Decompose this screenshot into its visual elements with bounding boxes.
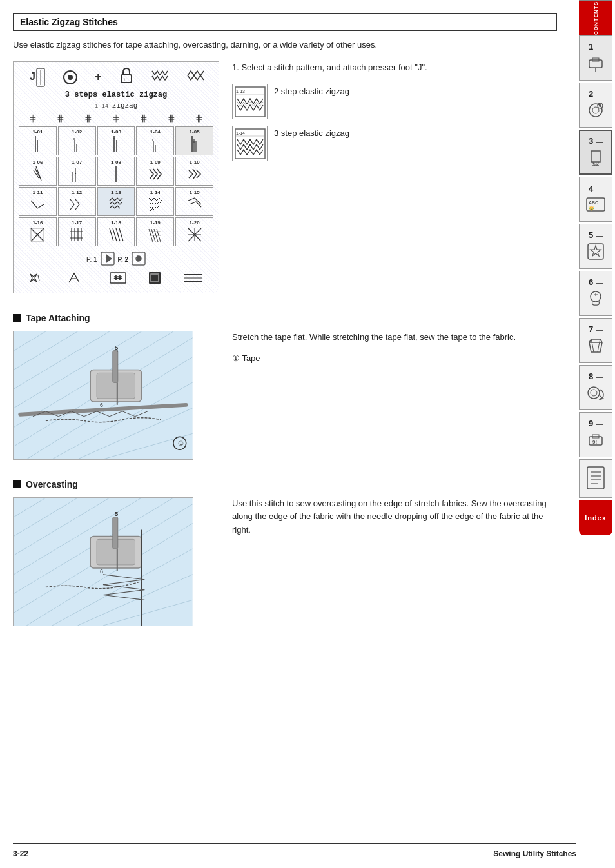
nav-number-4: 4 bbox=[589, 184, 593, 193]
stitch-cell-114[interactable]: 1-14 bbox=[136, 187, 174, 216]
svg-text:9!: 9! bbox=[592, 439, 597, 445]
svg-rect-87 bbox=[151, 275, 158, 281]
nav-item-5[interactable]: 5 — bbox=[579, 224, 612, 269]
bottom-sym-2 bbox=[68, 271, 88, 288]
stitch-cell-118[interactable]: 1-18 bbox=[97, 217, 135, 246]
stitch-icon-1 bbox=[151, 68, 169, 86]
stitch-cell-108[interactable]: 1-08 bbox=[97, 157, 135, 186]
svg-text:1-13: 1-13 bbox=[236, 89, 245, 94]
stitch-panel-inner: J + bbox=[19, 67, 213, 288]
lock-icon[interactable]: i bbox=[119, 67, 133, 87]
nav-item-index[interactable]: Index bbox=[579, 500, 612, 535]
stitch-cell-116[interactable]: 1-16 bbox=[19, 217, 57, 246]
stitch-cell-106[interactable]: 1-06 bbox=[19, 157, 57, 186]
stitch-cell-120[interactable]: 1-20 bbox=[175, 217, 213, 246]
page-p1: P. 1 bbox=[86, 256, 97, 263]
nav-icon-10 bbox=[585, 465, 606, 492]
bottom-sym-4 bbox=[148, 271, 162, 288]
page-left-btn[interactable] bbox=[101, 252, 115, 268]
nav-row-3: 3 — bbox=[589, 136, 603, 146]
stitch-cell-103[interactable]: 1-03 bbox=[97, 126, 135, 155]
nav-row-6: 6 — bbox=[589, 277, 603, 287]
stitch-cell-115[interactable]: 1-15 bbox=[175, 187, 213, 216]
nav-dash-3: — bbox=[596, 137, 603, 145]
nav-item-3[interactable]: 3 — bbox=[579, 130, 612, 175]
nav-icon-5 bbox=[586, 242, 605, 262]
stitch-cell-102[interactable]: 1-02 bbox=[58, 126, 96, 155]
nav-item-7[interactable]: 7 — bbox=[579, 318, 612, 363]
overcasting-instructions: Use this stitch to sew overcasting on th… bbox=[232, 497, 557, 626]
nav-item-10[interactable] bbox=[579, 459, 612, 498]
overcasting-section: Overcasting bbox=[13, 479, 557, 626]
svg-line-50 bbox=[36, 166, 41, 181]
nav-number-7: 7 bbox=[589, 324, 593, 334]
nav-row-1: 1 — bbox=[589, 42, 603, 52]
tape-instructions: Stretch the tape flat. While stretching … bbox=[232, 331, 557, 460]
page-right-btn[interactable] bbox=[132, 252, 146, 268]
j-foot-icon: J bbox=[28, 67, 46, 88]
nav-dash-8: — bbox=[596, 373, 603, 380]
stitch-label2: 1-14 zigzag bbox=[19, 102, 213, 110]
nav-number-6: 6 bbox=[589, 277, 593, 287]
nav-dash-7: — bbox=[596, 326, 603, 333]
stitch-icon-2 bbox=[186, 68, 204, 86]
stitch-cell-110[interactable]: 1-10 bbox=[175, 157, 213, 186]
nav-icon-9: 9! bbox=[586, 430, 605, 451]
stitch-cell-109[interactable]: 1-09 bbox=[136, 157, 174, 186]
2step-label: 2 step elastic zigzag bbox=[274, 84, 349, 96]
svg-point-15 bbox=[591, 291, 601, 302]
footer-title: Sewing Utility Stitches bbox=[493, 849, 576, 858]
svg-line-64 bbox=[110, 228, 113, 241]
zigzag-item-3step: 1-14 3 step elastic zigzag bbox=[232, 126, 557, 161]
nav-number-1: 1 bbox=[589, 42, 593, 52]
stitch-cell-117[interactable]: 1-17 bbox=[58, 217, 96, 246]
nav-dash-5: — bbox=[596, 232, 603, 239]
stitch-cell-101[interactable]: 1-01 bbox=[19, 126, 57, 155]
nav-item-4[interactable]: 4 — ABC 👑 bbox=[579, 177, 612, 222]
nav-item-1[interactable]: 1 — bbox=[579, 35, 612, 81]
nav-row-7: 7 — bbox=[589, 324, 603, 334]
nav-item-8[interactable]: 8 — bbox=[579, 365, 612, 410]
svg-point-6 bbox=[599, 104, 601, 107]
svg-text:i: i bbox=[124, 77, 125, 83]
stitch-cell-113[interactable]: 1-13 bbox=[97, 187, 135, 216]
bottom-sym-3: ✱ ✱ bbox=[109, 271, 127, 288]
stitch-cell-119[interactable]: 1-19 bbox=[136, 217, 174, 246]
zigzag-items: 1-13 2 step elastic zigzag bbox=[232, 84, 557, 161]
stitch-cell-105[interactable]: 1-05 bbox=[175, 126, 213, 155]
circle-selector-icon[interactable] bbox=[63, 70, 77, 84]
main-content: Elastic Zigzag Stitches Use elastic zigz… bbox=[0, 0, 576, 658]
nav-item-2[interactable]: 2 — bbox=[579, 83, 612, 128]
tape-heading: Tape Attaching bbox=[13, 313, 557, 323]
svg-marker-14 bbox=[591, 246, 601, 256]
stitch-cell-104[interactable]: 1-04 bbox=[136, 126, 174, 155]
stitch-panel: J + bbox=[13, 61, 219, 293]
overcasting-content-row: 5 6 Use this stitch to sew ov bbox=[13, 497, 557, 626]
contents-nav[interactable]: CONTENTS bbox=[579, 0, 612, 35]
nav-item-9[interactable]: 9 — 9! bbox=[579, 412, 612, 457]
page-header: Elastic Zigzag Stitches bbox=[13, 13, 557, 31]
svg-text:✱: ✱ bbox=[117, 275, 122, 281]
index-label: Index bbox=[585, 514, 607, 522]
page-footer: 3-22 Sewing Utility Stitches bbox=[13, 843, 576, 858]
nav-icon-1 bbox=[586, 54, 605, 74]
2step-diagram: 1-13 bbox=[232, 84, 268, 119]
stitch-icons-row: J + bbox=[19, 67, 213, 88]
tape-illustration-container: 5 6 ① bbox=[13, 331, 219, 460]
svg-point-19 bbox=[591, 390, 597, 396]
nav-item-6[interactable]: 6 — bbox=[579, 271, 612, 316]
stitch-cell-112[interactable]: 1-12 bbox=[58, 187, 96, 216]
plus-icon: + bbox=[95, 70, 102, 84]
contents-label: CONTENTS bbox=[593, 1, 599, 35]
stitch-grid: 1-01 1-02 bbox=[19, 126, 213, 246]
step1-text: 1. Select a stitch pattern, and attach p… bbox=[232, 61, 557, 75]
stitch-cell-111[interactable]: 1-11 bbox=[19, 187, 57, 216]
bottom-symbols: ✱ ✱ bbox=[19, 271, 213, 288]
stitch-cell-107[interactable]: 1-07 bbox=[58, 157, 96, 186]
nav-number-2: 2 bbox=[589, 89, 593, 99]
svg-text:6: 6 bbox=[100, 401, 103, 408]
svg-rect-23 bbox=[587, 467, 604, 489]
intro-text: Use elastic zigzag stitches for tape att… bbox=[13, 39, 557, 52]
nav-number-5: 5 bbox=[589, 230, 593, 240]
tape-square-icon bbox=[13, 314, 21, 322]
